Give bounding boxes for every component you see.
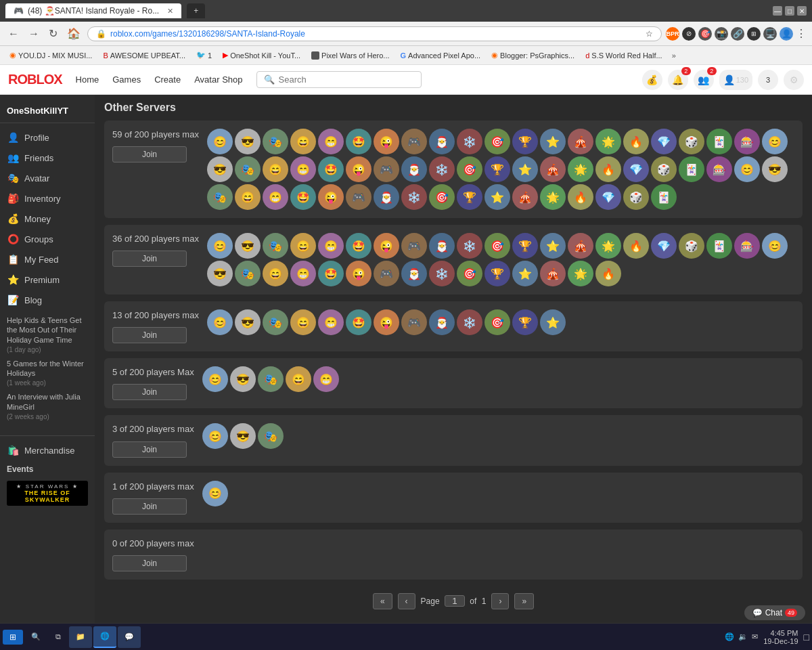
avatar-circle[interactable]: 🏆 [512, 233, 538, 259]
sidebar-item-money[interactable]: 💰 Money [0, 209, 95, 229]
avatar-circle[interactable]: 🤩 [318, 156, 344, 182]
join-button-4[interactable]: Join [112, 384, 187, 400]
more-icon[interactable]: ⋮ [796, 27, 807, 40]
home-button[interactable]: 🏠 [64, 26, 83, 41]
sidebar-item-myfeed[interactable]: 📋 My Feed [0, 249, 95, 269]
ext-icon-1[interactable]: BPR [666, 27, 679, 41]
page-prev-btn[interactable]: ‹ [398, 593, 415, 609]
bookmark-2[interactable]: B AWESOME UPBEAT... [99, 50, 189, 61]
avatar-circle[interactable]: 🎅 [429, 309, 455, 335]
settings-button[interactable]: ⚙ [784, 70, 804, 90]
roblox-logo[interactable]: ROBLOX [8, 72, 62, 87]
avatar-circle[interactable]: ❄️ [401, 184, 427, 210]
active-tab[interactable]: 🎮 (48) 🎅SANTA! Island Royale - Ro... ✕ [5, 3, 181, 18]
forward-button[interactable]: → [26, 26, 42, 41]
star-wars-banner[interactable]: ★ STAR WARS ★ THE RISE OF SKYWALKER [7, 481, 88, 506]
sidebar-item-friends[interactable]: 👥 Friends [0, 148, 95, 168]
avatar-circle[interactable]: 😄 [290, 129, 316, 154]
tab-close-icon[interactable]: ✕ [167, 7, 173, 16]
avatar-circle[interactable]: 🎭 [235, 261, 261, 286]
ext-icon-7[interactable]: 🖥️ [763, 27, 777, 41]
robux-button[interactable]: 💰 [642, 70, 662, 90]
more-bookmarks[interactable]: » [672, 51, 676, 60]
avatar-circle[interactable]: 😁 [263, 184, 288, 210]
avatar-circle[interactable]: 🎯 [484, 309, 510, 335]
blog-post-3[interactable]: An Interview with Julia MineGirl (2 week… [7, 392, 88, 420]
avatar-circle[interactable]: 😄 [286, 366, 311, 392]
avatar-circle[interactable]: 🎮 [401, 233, 427, 259]
avatar-circle[interactable]: 🎮 [401, 129, 427, 154]
avatar-circle[interactable]: 😜 [374, 233, 399, 259]
back-button[interactable]: ← [5, 26, 22, 41]
refresh-button[interactable]: ↻ [46, 26, 60, 41]
avatar-circle[interactable]: 🎮 [374, 261, 399, 286]
avatar-circle[interactable]: 🤩 [346, 233, 371, 259]
bookmark-7[interactable]: d S.S World Red Half... [581, 50, 666, 61]
sidebar-item-blog[interactable]: 📝 Blog [0, 290, 95, 310]
avatar-circle[interactable]: 🔥 [623, 129, 649, 154]
avatar-circle[interactable]: 🎭 [263, 309, 288, 335]
avatar-circle[interactable]: 😊 [202, 423, 228, 449]
avatar-circle[interactable]: 😎 [207, 261, 233, 286]
page-next-btn[interactable]: › [491, 593, 509, 609]
avatar-circle[interactable]: 😊 [762, 233, 788, 259]
avatar-circle[interactable]: 🤩 [318, 261, 344, 286]
avatar-circle[interactable]: 😊 [762, 129, 788, 154]
avatar-circle[interactable]: 😎 [230, 423, 256, 449]
join-button-6[interactable]: Join [112, 498, 187, 515]
join-button-7[interactable]: Join [112, 555, 187, 571]
bookmark-1[interactable]: ◉ YOU.DJ - MIX MUSI... [5, 49, 96, 61]
avatar-circle[interactable]: 🔥 [595, 156, 621, 182]
taskbar-browser[interactable]: 🌐 [93, 626, 116, 648]
avatar-circle[interactable]: ❄️ [429, 261, 455, 286]
bookmark-4[interactable]: Pixel Wars of Hero... [307, 50, 393, 61]
avatar-circle[interactable]: 🎪 [540, 261, 566, 286]
avatar-circle[interactable]: ❄️ [457, 129, 482, 154]
avatar-circle[interactable]: ❄️ [457, 233, 482, 259]
avatar-circle[interactable]: 😜 [374, 129, 399, 154]
avatar-circle[interactable]: 🎅 [401, 261, 427, 286]
avatar-circle[interactable]: 😎 [762, 156, 788, 182]
minimize-button[interactable]: — [773, 6, 782, 16]
avatar-circle[interactable]: 🎪 [568, 129, 593, 154]
new-tab-btn[interactable]: + [187, 3, 205, 18]
avatar-circle[interactable]: 😄 [235, 184, 261, 210]
search-bar[interactable]: 🔍 [256, 71, 422, 88]
sidebar-item-avatar[interactable]: 🎭 Avatar [0, 168, 95, 188]
avatar-circle[interactable]: 🎭 [258, 366, 284, 392]
avatar-circle[interactable]: 🎪 [540, 156, 566, 182]
search-input[interactable] [279, 74, 414, 85]
avatar-circle[interactable]: 😁 [313, 366, 339, 392]
avatar-circle[interactable]: 🃏 [651, 184, 677, 210]
avatar-circle[interactable]: 😎 [230, 366, 256, 392]
avatar-circle[interactable]: 🔥 [595, 261, 621, 286]
avatar-circle[interactable]: 😎 [235, 233, 261, 259]
start-button[interactable]: ⊞ [3, 630, 23, 645]
maximize-button[interactable]: □ [785, 6, 794, 16]
profile-icon[interactable]: 👤 [780, 27, 793, 41]
address-bar[interactable]: 🔒 roblox.com/games/1320186298/SANTA-Isla… [87, 26, 662, 41]
ext-icon-5[interactable]: 🔗 [731, 27, 744, 41]
taskbar-discord[interactable]: 💬 [118, 626, 141, 648]
avatar-circle[interactable]: 🎰 [734, 129, 760, 154]
avatar-circle[interactable]: 🎅 [429, 129, 455, 154]
nav-games[interactable]: Games [112, 72, 141, 87]
avatar-circle[interactable]: 😁 [318, 233, 344, 259]
avatar-circle[interactable]: 💎 [595, 184, 621, 210]
sidebar-item-groups[interactable]: ⭕ Groups [0, 229, 95, 249]
avatar-circle[interactable]: 😄 [290, 233, 316, 259]
avatar-circle[interactable]: 😊 [207, 309, 233, 335]
taskbar-task-view[interactable]: ⧉ [49, 626, 68, 648]
avatar-circle[interactable]: 🌟 [540, 184, 566, 210]
avatar-circle[interactable]: 😁 [318, 129, 344, 154]
avatar-circle[interactable]: 🏆 [484, 261, 510, 286]
avatar-circle[interactable]: 😁 [318, 309, 344, 335]
avatar-circle[interactable]: 😁 [290, 261, 316, 286]
join-button-5[interactable]: Join [112, 441, 187, 458]
avatar-circle[interactable]: 😎 [235, 129, 261, 154]
avatar-circle[interactable]: 💎 [651, 129, 677, 154]
avatar-circle[interactable]: ⭐ [540, 233, 566, 259]
avatar-circle[interactable]: 🎯 [484, 233, 510, 259]
avatar-circle[interactable]: 🃏 [706, 233, 732, 259]
avatar-circle[interactable]: 🤩 [290, 184, 316, 210]
